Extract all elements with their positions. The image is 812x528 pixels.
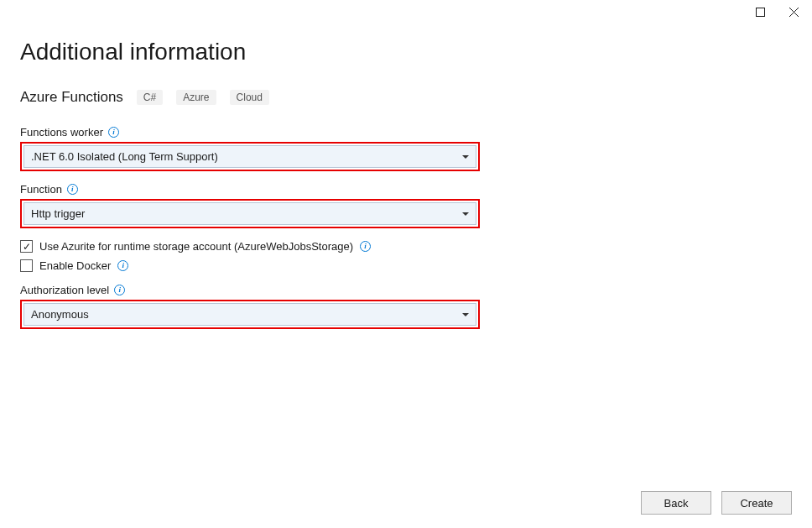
enable-docker-label: Enable Docker (39, 259, 111, 272)
authorization-level-dropdown[interactable]: Anonymous (23, 303, 476, 326)
tag-azure: Azure (176, 90, 216, 105)
use-azurite-row: Use Azurite for runtime storage account … (20, 240, 792, 253)
functions-worker-label-text: Functions worker (20, 126, 103, 139)
maximize-button[interactable] (753, 5, 767, 18)
close-icon (789, 8, 799, 17)
functions-worker-highlight: .NET 6.0 Isolated (Long Term Support) (20, 142, 480, 171)
chevron-down-icon (462, 313, 469, 316)
window-titlebar (742, 0, 812, 24)
info-icon[interactable]: i (360, 241, 371, 252)
function-highlight: Http trigger (20, 199, 480, 228)
chevron-down-icon (462, 212, 469, 216)
maximize-icon (756, 8, 765, 17)
chevron-down-icon (462, 155, 469, 159)
function-label-text: Function (20, 183, 62, 196)
template-name: Azure Functions (20, 89, 123, 106)
info-icon[interactable]: i (67, 184, 78, 195)
authorization-level-label: Authorization level i (20, 284, 792, 296)
use-azurite-checkbox[interactable] (20, 240, 33, 253)
svg-rect-0 (756, 8, 764, 16)
page-title: Additional information (20, 39, 792, 65)
enable-docker-row: Enable Docker i (20, 259, 792, 272)
authorization-level-label-text: Authorization level (20, 284, 109, 296)
dialog-content: Additional information Azure Functions C… (0, 0, 812, 341)
functions-worker-label: Functions worker i (20, 126, 792, 139)
functions-worker-dropdown[interactable]: .NET 6.0 Isolated (Long Term Support) (23, 145, 476, 168)
use-azurite-label: Use Azurite for runtime storage account … (39, 240, 353, 253)
template-header-row: Azure Functions C# Azure Cloud (20, 89, 792, 106)
info-icon[interactable]: i (108, 127, 119, 138)
enable-docker-checkbox[interactable] (20, 259, 33, 272)
dialog-footer: Back Create (641, 491, 792, 515)
function-dropdown[interactable]: Http trigger (23, 202, 476, 225)
tag-cloud: Cloud (230, 90, 269, 105)
authorization-level-highlight: Anonymous (20, 300, 480, 329)
info-icon[interactable]: i (114, 285, 125, 295)
tag-csharp: C# (137, 90, 163, 105)
create-button[interactable]: Create (721, 491, 792, 515)
back-button[interactable]: Back (641, 491, 711, 515)
function-label: Function i (20, 183, 792, 196)
close-button[interactable] (787, 5, 800, 18)
function-value: Http trigger (31, 207, 85, 220)
functions-worker-value: .NET 6.0 Isolated (Long Term Support) (31, 150, 218, 163)
authorization-level-value: Anonymous (31, 308, 89, 321)
info-icon[interactable]: i (117, 260, 128, 271)
